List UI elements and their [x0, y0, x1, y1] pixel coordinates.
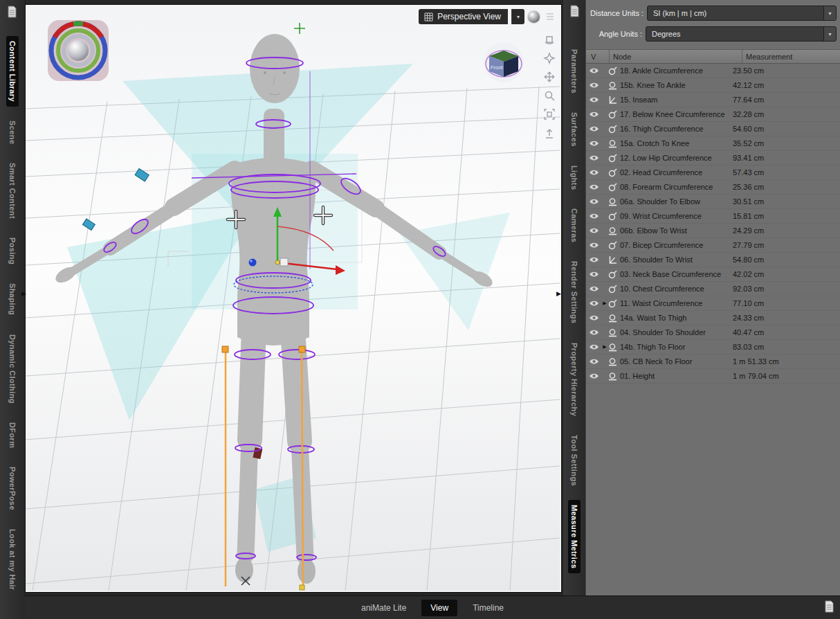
- reset-view-tool-icon[interactable]: [542, 126, 556, 140]
- view-selector-chevron-icon[interactable]: ▼: [511, 9, 524, 24]
- visibility-eye-icon[interactable]: [586, 183, 601, 190]
- visibility-eye-icon[interactable]: [586, 314, 601, 321]
- visibility-eye-icon[interactable]: [586, 111, 601, 118]
- left-dock-arrow-icon[interactable]: ▶: [21, 291, 26, 297]
- visibility-eye-icon[interactable]: [586, 242, 601, 249]
- distance-units-select[interactable]: SI (km | m | cm) ▼: [647, 6, 837, 21]
- visibility-eye-icon[interactable]: [586, 213, 601, 219]
- panel-tab-property-hierarchy[interactable]: Property Hierarchy: [568, 338, 581, 421]
- node-label: 10. Chest Circumference: [620, 285, 733, 293]
- measurement-row[interactable]: 15. Inseam77.64 cm: [586, 93, 840, 107]
- frame-tool-icon[interactable]: [542, 107, 556, 121]
- compass-tool-icon[interactable]: [542, 51, 556, 65]
- visibility-eye-icon[interactable]: [586, 256, 601, 263]
- view-selector[interactable]: Perspective View: [419, 9, 508, 24]
- visibility-eye-icon[interactable]: [586, 300, 601, 307]
- circumference-icon: [608, 270, 620, 279]
- bottom-pane-menu-icon[interactable]: [823, 600, 835, 616]
- measurement-row[interactable]: 15b. Knee To Ankle42.12 cm: [586, 78, 840, 93]
- measurement-value: 42.02 cm: [733, 270, 840, 278]
- column-header-node[interactable]: Node: [610, 50, 742, 63]
- sidebar-tab-powerpose[interactable]: PowerPose: [6, 462, 19, 515]
- visibility-eye-icon[interactable]: [586, 67, 601, 74]
- visibility-eye-icon[interactable]: [586, 125, 601, 132]
- measurement-row[interactable]: 15a. Crotch To Knee35.52 cm: [586, 136, 840, 151]
- measurement-row[interactable]: 08. Forearm Circumference25.36 cm: [586, 180, 840, 195]
- bottom-tab-view[interactable]: View: [421, 600, 457, 616]
- circumference-icon: [608, 125, 620, 134]
- sidebar-tab-smart-content[interactable]: Smart Content: [6, 158, 19, 224]
- measurement-row[interactable]: 06. Shoulder To Wrist54.80 cm: [586, 253, 840, 267]
- viewport[interactable]: Front Perspective View ▼: [25, 4, 562, 593]
- measurement-row[interactable]: 06a. Shoulder To Elbow30.51 cm: [586, 195, 840, 209]
- measurement-row[interactable]: 17. Below Knee Circumference32.28 cm: [586, 107, 840, 122]
- measurement-row[interactable]: 01. Height1 m 79.04 cm: [586, 369, 840, 384]
- distance-icon: [608, 81, 620, 90]
- panel-tab-cameras[interactable]: Cameras: [568, 204, 581, 247]
- measurement-row[interactable]: 03. Neck Base Circumference42.02 cm: [586, 267, 840, 282]
- panel-tab-measure-metrics[interactable]: Measure Metrics: [568, 500, 581, 573]
- measurement-row[interactable]: ▶14b. Thigh To Floor83.03 cm: [586, 340, 840, 355]
- measurement-row[interactable]: 07. Bicep Circumference27.79 cm: [586, 238, 840, 253]
- visibility-eye-icon[interactable]: [586, 227, 601, 234]
- panel-tab-render-settings[interactable]: Render Settings: [568, 256, 581, 328]
- angle-units-select[interactable]: Degrees ▼: [646, 26, 837, 42]
- visibility-eye-icon[interactable]: [586, 343, 601, 350]
- panel-tab-parameters[interactable]: Parameters: [568, 44, 581, 98]
- visibility-eye-icon[interactable]: [586, 154, 601, 161]
- measurement-row[interactable]: 04. Shoulder To Shoulder40.47 cm: [586, 325, 840, 340]
- panel-tab-surfaces[interactable]: Surfaces: [568, 107, 581, 152]
- visibility-eye-icon[interactable]: [586, 140, 601, 147]
- panel-tab-lights[interactable]: Lights: [568, 161, 581, 195]
- right-dock-arrow-icon[interactable]: ▶: [556, 291, 561, 297]
- measurement-row[interactable]: 14a. Waist To Thigh24.33 cm: [586, 311, 840, 325]
- visibility-eye-icon[interactable]: [586, 198, 601, 205]
- sidebar-tab-content-library[interactable]: Content Library: [6, 36, 19, 107]
- measurement-row[interactable]: 18. Ankle Circumference23.50 cm: [586, 64, 840, 78]
- zoom-tool-icon[interactable]: [542, 89, 556, 102]
- visibility-eye-icon[interactable]: [586, 373, 601, 379]
- visibility-eye-icon[interactable]: [586, 96, 601, 103]
- visibility-eye-icon[interactable]: [586, 329, 601, 336]
- 3d-scene[interactable]: [26, 5, 560, 591]
- column-header-measurement[interactable]: Measurement: [742, 53, 840, 61]
- measurement-row[interactable]: 06b. Elbow To Wrist24.29 cm: [586, 224, 840, 238]
- measurement-row[interactable]: ▶11. Waist Circumference77.10 cm: [586, 296, 840, 311]
- sidebar-tab-shaping[interactable]: Shaping: [6, 278, 19, 320]
- visibility-eye-icon[interactable]: [586, 169, 601, 176]
- measurement-row[interactable]: 05. CB Neck To Floor1 m 51.33 cm: [586, 355, 840, 369]
- measurement-row[interactable]: 12. Low Hip Circumference93.41 cm: [586, 151, 840, 165]
- sidebar-tab-scene[interactable]: Scene: [6, 116, 19, 149]
- bottom-tab-animate-lite[interactable]: aniMate Lite: [356, 600, 412, 616]
- sidebar-tab-look-at-my-hair[interactable]: Look at my Hair: [6, 524, 19, 595]
- shaded-sphere-icon[interactable]: [528, 11, 540, 23]
- sidebar-tab-dform[interactable]: DForm: [6, 418, 19, 453]
- bottom-tab-timeline[interactable]: Timeline: [467, 600, 509, 616]
- column-header-visibility[interactable]: V: [586, 50, 610, 63]
- expand-arrow-icon[interactable]: ▶: [601, 344, 608, 350]
- chevron-down-icon[interactable]: ▼: [823, 27, 836, 41]
- pane-options-icon[interactable]: [543, 10, 557, 24]
- node-label: 15a. Crotch To Knee: [620, 139, 733, 147]
- orbit-control[interactable]: [46, 19, 110, 82]
- measurement-row[interactable]: 09. Wrist Circumference15.81 cm: [586, 209, 840, 224]
- node-label: 14b. Thigh To Floor: [620, 343, 733, 351]
- measurement-value: 25.36 cm: [733, 183, 840, 191]
- sidebar-tab-dynamic-clothing[interactable]: Dynamic Clothing: [6, 330, 19, 409]
- measurement-row[interactable]: 02. Head Circumference57.43 cm: [586, 165, 840, 180]
- orbit-tool-icon[interactable]: [542, 33, 556, 46]
- pan-tool-icon[interactable]: [542, 70, 556, 84]
- right-pane-menu-icon[interactable]: [566, 3, 583, 19]
- view-cube[interactable]: Front: [478, 41, 529, 85]
- visibility-eye-icon[interactable]: [586, 358, 601, 365]
- expand-arrow-icon[interactable]: ▶: [601, 300, 608, 306]
- visibility-eye-icon[interactable]: [586, 271, 601, 278]
- measurement-row[interactable]: 10. Chest Circumference92.03 cm: [586, 282, 840, 296]
- visibility-eye-icon[interactable]: [586, 82, 601, 89]
- chevron-down-icon[interactable]: ▼: [823, 6, 836, 20]
- measurement-row[interactable]: 16. Thigh Circumference54.60 cm: [586, 122, 840, 136]
- sidebar-tab-posing[interactable]: Posing: [6, 233, 19, 269]
- visibility-eye-icon[interactable]: [586, 285, 601, 292]
- left-pane-menu-icon[interactable]: [3, 4, 20, 19]
- panel-tab-tool-settings[interactable]: Tool Settings: [568, 430, 581, 491]
